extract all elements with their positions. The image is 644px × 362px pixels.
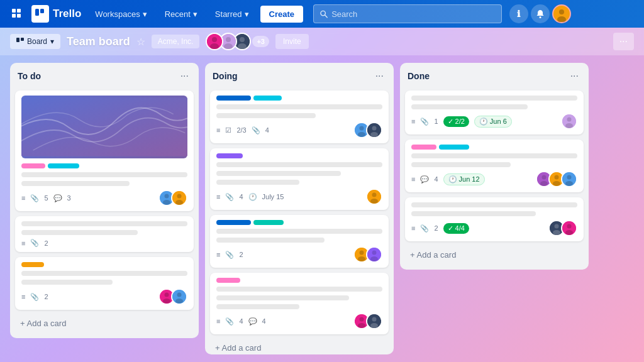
svg-point-74 bbox=[565, 230, 573, 235]
board-view-button[interactable]: Board ▾ bbox=[10, 34, 60, 49]
done-label-cyan-2 bbox=[439, 145, 469, 150]
svg-point-35 bbox=[175, 299, 183, 304]
done-card-3[interactable]: ≡ 📎 2 ✓ 4/4 bbox=[405, 197, 584, 241]
dn2-line-2 bbox=[411, 162, 511, 167]
menu-icon-3: ≡ bbox=[21, 293, 25, 300]
todo-card-2[interactable]: ≡ 📎 2 bbox=[15, 216, 194, 252]
done-label-pink-2 bbox=[411, 145, 436, 150]
board-more-button[interactable]: ··· bbox=[613, 33, 634, 50]
svg-point-46 bbox=[360, 251, 364, 255]
svg-point-31 bbox=[165, 293, 169, 297]
recent-menu[interactable]: Recent ▾ bbox=[158, 6, 204, 23]
menu-icon-dn3: ≡ bbox=[411, 224, 415, 232]
doing-avatar-3b bbox=[366, 246, 382, 263]
top-navigation: Trello Workspaces ▾ Recent ▾ Starred ▾ C… bbox=[0, 0, 644, 28]
notifications-button[interactable] bbox=[531, 4, 550, 23]
attach-count-3: 2 bbox=[44, 293, 48, 300]
d3-line-1 bbox=[216, 229, 382, 234]
column-todo-menu[interactable]: ··· bbox=[178, 69, 191, 83]
menu-icon: ≡ bbox=[21, 194, 25, 202]
star-button[interactable]: ☆ bbox=[136, 36, 145, 48]
clock-dn1: 🕐 bbox=[479, 118, 488, 126]
svg-point-61 bbox=[542, 175, 547, 180]
svg-point-37 bbox=[360, 126, 364, 131]
svg-point-62 bbox=[540, 181, 548, 186]
chat-icon-dn2: 💬 bbox=[420, 175, 429, 184]
doing-card-4[interactable]: ≡ 📎 4 💬 4 bbox=[210, 273, 389, 334]
done-card-2[interactable]: ≡ 💬 4 🕐 Jun 12 bbox=[405, 140, 584, 192]
done-add-card-button[interactable]: + Add a card bbox=[405, 246, 584, 263]
svg-point-32 bbox=[163, 299, 170, 304]
info-button[interactable]: ℹ bbox=[509, 4, 528, 23]
check-icon-dn1: ✓ bbox=[448, 118, 453, 126]
dn1-line-2 bbox=[411, 104, 528, 109]
doing-add-card-button[interactable]: + Add a card bbox=[210, 339, 389, 356]
search-bar[interactable] bbox=[313, 4, 502, 23]
date-text-dn2: Jun 12 bbox=[459, 175, 480, 183]
clip-icon-d2: 📎 bbox=[225, 193, 234, 201]
member-avatar-1[interactable] bbox=[206, 33, 223, 50]
starred-menu[interactable]: Starred ▾ bbox=[209, 6, 255, 23]
card-cover bbox=[21, 96, 187, 158]
todo-card-1[interactable]: ≡ 📎 5 💬 3 bbox=[15, 90, 194, 211]
column-doing-menu[interactable]: ··· bbox=[373, 69, 386, 83]
doing-card-2[interactable]: ≡ 📎 4 🕐 July 15 bbox=[210, 148, 389, 210]
menu-icon-d2: ≡ bbox=[216, 193, 220, 200]
d-line-1 bbox=[216, 104, 382, 109]
card-line-3 bbox=[21, 271, 187, 276]
svg-line-7 bbox=[325, 15, 327, 17]
done-meta-2: ≡ 💬 4 🕐 Jun 12 bbox=[411, 171, 577, 187]
grid-icon-button[interactable] bbox=[8, 4, 26, 23]
doing-labels-1 bbox=[216, 96, 382, 101]
doing-card-1[interactable]: ≡ ☑ 2/3 📎 4 bbox=[210, 90, 389, 143]
svg-rect-3 bbox=[17, 14, 21, 18]
column-done-header: Done ··· bbox=[405, 69, 584, 85]
card-line-2 bbox=[21, 230, 138, 235]
clip-count-d3: 2 bbox=[239, 251, 243, 258]
trello-logo[interactable]: Trello bbox=[31, 5, 81, 23]
create-button[interactable]: Create bbox=[260, 6, 303, 23]
card-line-4 bbox=[21, 280, 113, 285]
card-avatar-4 bbox=[171, 288, 187, 305]
user-avatar[interactable] bbox=[552, 4, 571, 23]
column-doing: Doing ··· ≡ ☑ 2/3 📎 4 bbox=[205, 63, 394, 354]
invite-button[interactable]: Invite bbox=[275, 34, 309, 49]
d2-line-1 bbox=[216, 162, 382, 167]
svg-point-58 bbox=[567, 118, 572, 122]
menu-icon-d3: ≡ bbox=[216, 251, 220, 258]
svg-point-15 bbox=[212, 37, 217, 42]
svg-rect-4 bbox=[35, 9, 39, 16]
doing-card-3[interactable]: ≡ 📎 2 bbox=[210, 215, 389, 268]
search-input[interactable] bbox=[331, 9, 495, 19]
check-badge-dn1: ✓ 2/2 bbox=[443, 116, 469, 127]
check-count-d1: 2/3 bbox=[236, 126, 246, 134]
check-icon-d1: ☑ bbox=[225, 126, 231, 134]
column-doing-header: Doing ··· bbox=[210, 69, 389, 85]
chat-count-d4: 4 bbox=[262, 317, 266, 325]
board-title: Team board bbox=[67, 35, 130, 48]
todo-add-card-button[interactable]: + Add a card bbox=[15, 315, 194, 332]
d4-line-3 bbox=[216, 304, 299, 309]
dn1-line-1 bbox=[411, 96, 577, 101]
column-done-menu[interactable]: ··· bbox=[568, 69, 581, 83]
label-pink bbox=[21, 163, 45, 168]
svg-point-41 bbox=[370, 132, 378, 137]
column-todo-title: To do bbox=[18, 71, 41, 81]
done-avatars-3 bbox=[548, 220, 577, 236]
svg-rect-0 bbox=[12, 9, 16, 13]
svg-point-44 bbox=[370, 199, 378, 204]
todo-card-3[interactable]: ≡ 📎 2 bbox=[15, 257, 194, 310]
card-labels bbox=[21, 163, 187, 168]
dn3-line-2 bbox=[411, 211, 536, 216]
clip-icon-dn1: 📎 bbox=[420, 118, 429, 126]
clip-icon-d1: 📎 bbox=[252, 126, 260, 134]
doing-avatar-2a bbox=[366, 189, 382, 205]
date-badge-dn1: 🕐 Jun 6 bbox=[474, 116, 512, 128]
workspace-chip[interactable]: Acme, Inc. bbox=[152, 35, 200, 48]
done-card-1[interactable]: ≡ 📎 1 ✓ 2/2 🕐 Jun 6 bbox=[405, 90, 584, 134]
svg-point-70 bbox=[555, 224, 559, 229]
card-line-1 bbox=[21, 221, 187, 226]
workspaces-menu[interactable]: Workspaces ▾ bbox=[89, 6, 153, 23]
clip-icon: 📎 bbox=[30, 194, 39, 202]
search-icon bbox=[320, 10, 328, 18]
